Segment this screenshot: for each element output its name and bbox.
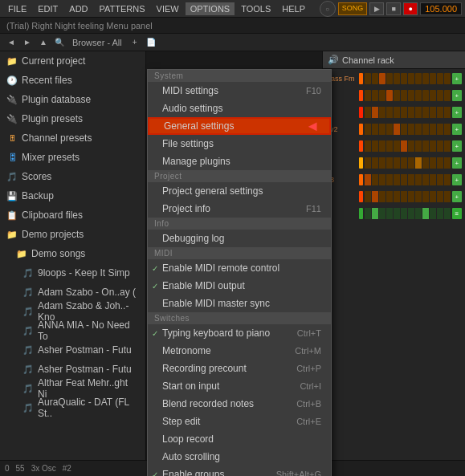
pad-active[interactable] — [379, 73, 385, 84]
pad[interactable] — [415, 107, 422, 118]
pad[interactable] — [372, 157, 378, 169]
menu-help[interactable]: HELP — [277, 2, 310, 15]
pad[interactable] — [422, 174, 429, 185]
pad[interactable] — [415, 174, 422, 185]
pad-active[interactable] — [401, 140, 407, 152]
pad-active[interactable] — [372, 191, 378, 202]
add-icon[interactable]: + — [128, 36, 141, 49]
forward-icon[interactable]: ► — [21, 36, 34, 49]
pad[interactable] — [444, 73, 451, 84]
pad[interactable] — [430, 107, 436, 118]
menu-file[interactable]: FILE — [3, 2, 31, 15]
menu-tools[interactable]: TOOLS — [236, 2, 275, 15]
pad[interactable] — [394, 107, 400, 118]
pad[interactable] — [379, 208, 385, 219]
pad[interactable] — [372, 90, 378, 101]
pad[interactable] — [401, 73, 407, 84]
pad[interactable] — [365, 208, 371, 219]
pad[interactable] — [430, 90, 436, 101]
pad[interactable] — [415, 90, 422, 101]
menu-item-start-on-input[interactable]: Start on input Ctrl+I — [148, 377, 331, 395]
pad[interactable] — [379, 90, 385, 101]
menu-item-general-settings[interactable]: General settings ◄ — [148, 117, 331, 135]
menu-item-metronome[interactable]: Metronome Ctrl+M — [148, 342, 331, 360]
pad-green-active[interactable] — [422, 208, 429, 219]
ch-green-btn[interactable]: + — [452, 157, 462, 169]
pad[interactable] — [365, 140, 371, 152]
pad[interactable] — [394, 140, 400, 152]
sidebar-item-backup[interactable]: 💾 Backup — [0, 186, 145, 205]
sidebar-item-asher1[interactable]: 🎵 Asher Postman - Futu — [0, 340, 145, 360]
pad[interactable] — [408, 174, 414, 185]
pad[interactable] — [379, 124, 385, 135]
pad[interactable] — [408, 107, 414, 118]
song-button[interactable]: SONG — [338, 2, 368, 15]
pad[interactable] — [401, 157, 407, 169]
pad[interactable] — [394, 90, 400, 101]
pad[interactable] — [430, 124, 436, 135]
sidebar-item-9loops[interactable]: 🎵 9loops - Keep It Simp — [0, 263, 145, 283]
pad[interactable] — [430, 174, 436, 185]
pad-active[interactable] — [415, 157, 422, 169]
menu-item-audio-settings[interactable]: Audio settings — [148, 100, 331, 117]
pad[interactable] — [386, 174, 393, 185]
pad[interactable] — [430, 73, 436, 84]
pad[interactable] — [437, 124, 443, 135]
menu-item-enable-midi-remote[interactable]: ✓ Enable MIDI remote control — [148, 259, 331, 277]
pad[interactable] — [379, 191, 385, 202]
pad[interactable] — [408, 140, 414, 152]
sidebar-item-asher2[interactable]: 🎵 Asher Postman - Futu — [0, 360, 145, 379]
pad[interactable] — [444, 140, 451, 152]
pad[interactable] — [372, 124, 378, 135]
pad-active[interactable] — [394, 124, 400, 135]
pad[interactable] — [386, 157, 393, 169]
sidebar-item-althar[interactable]: 🎵 Althar Feat Mehr..ght Ni — [0, 379, 145, 398]
pad[interactable] — [386, 191, 393, 202]
sidebar-item-clipboard[interactable]: 📋 Clipboard files — [0, 205, 145, 225]
sidebar-item-plugin-presets[interactable]: 🔌 Plugin presets — [0, 109, 145, 128]
sidebar-item-scores[interactable]: 🎵 Scores — [0, 167, 145, 186]
pad[interactable] — [430, 191, 436, 202]
ch-green-btn[interactable]: + — [452, 140, 462, 152]
pad[interactable] — [394, 208, 400, 219]
pad[interactable] — [437, 90, 443, 101]
pad[interactable] — [437, 157, 443, 169]
pad[interactable] — [386, 124, 393, 135]
pad[interactable] — [422, 140, 429, 152]
pad[interactable] — [372, 73, 378, 84]
pad[interactable] — [401, 174, 407, 185]
ch-green-btn[interactable]: + — [452, 174, 462, 185]
pad[interactable] — [365, 90, 371, 101]
pad[interactable] — [437, 107, 443, 118]
pad[interactable] — [415, 208, 422, 219]
record-button[interactable]: ● — [403, 2, 418, 15]
pad[interactable] — [379, 107, 385, 118]
pad[interactable] — [394, 191, 400, 202]
pad[interactable] — [408, 90, 414, 101]
pad[interactable] — [444, 157, 451, 169]
stop-button[interactable]: ■ — [386, 2, 401, 15]
menu-item-project-general[interactable]: Project general settings — [148, 182, 331, 200]
pad-active[interactable] — [386, 90, 393, 101]
sidebar-item-mixer-presets[interactable]: 🎛 Mixer presets — [0, 148, 145, 167]
ch-green-btn[interactable]: + — [452, 107, 462, 118]
menu-item-enable-groups[interactable]: ✓ Enable groups Shift+Alt+G — [148, 466, 331, 476]
play-button[interactable]: ▶ — [369, 2, 384, 15]
sidebar-item-current-project[interactable]: 📁 Current project — [0, 51, 145, 71]
back-icon[interactable]: ◄ — [5, 36, 18, 49]
menu-add[interactable]: ADD — [64, 2, 92, 15]
menu-item-midi-settings[interactable]: MIDI settings F10 — [148, 82, 331, 100]
ch-green-btn[interactable]: + — [452, 90, 462, 101]
menu-item-enable-midi-output[interactable]: ✓ Enable MIDI output — [148, 277, 331, 295]
pad[interactable] — [379, 140, 385, 152]
pad[interactable] — [430, 208, 436, 219]
pad[interactable] — [415, 191, 422, 202]
menu-item-manage-plugins[interactable]: Manage plugins — [148, 153, 331, 170]
sidebar-item-recent-files[interactable]: 🕐 Recent files — [0, 71, 145, 90]
pad[interactable] — [437, 208, 443, 219]
ch-green-btn[interactable]: ≡ — [452, 208, 462, 219]
pad-green-active[interactable] — [372, 208, 378, 219]
pad[interactable] — [437, 73, 443, 84]
pad[interactable] — [408, 208, 414, 219]
pad[interactable] — [422, 90, 429, 101]
